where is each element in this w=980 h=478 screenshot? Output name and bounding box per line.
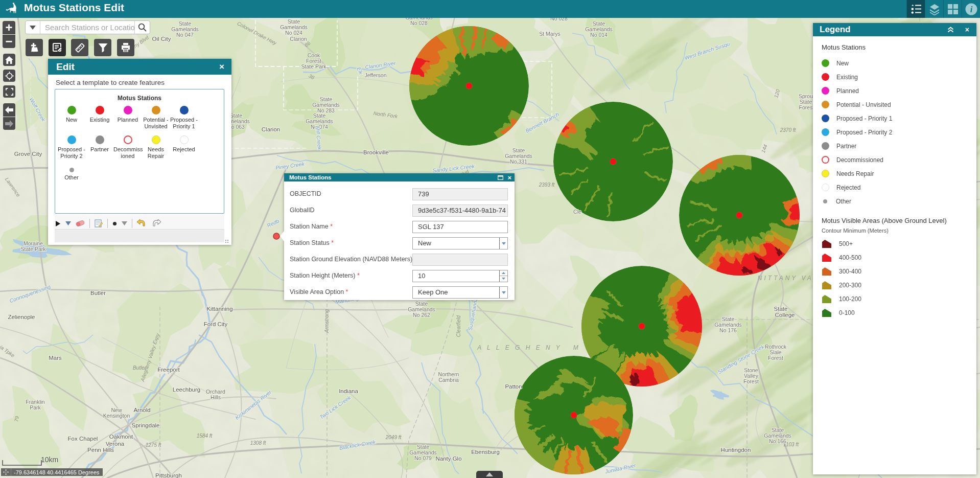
svg-text:Springdale: Springdale bbox=[132, 422, 160, 428]
svg-text:Forest: Forest bbox=[768, 355, 783, 361]
svg-text:St Marys: St Marys bbox=[539, 31, 560, 37]
svg-text:No 047: No 047 bbox=[176, 32, 194, 38]
svg-text:Leechburg: Leechburg bbox=[173, 386, 200, 393]
svg-text:Forest: Forest bbox=[743, 378, 759, 384]
svg-text:1275 ft: 1275 ft bbox=[146, 442, 162, 448]
svg-text:Cambria: Cambria bbox=[438, 377, 459, 383]
svg-text:Huntingdon: Huntingdon bbox=[721, 447, 751, 453]
svg-text:2049 ft: 2049 ft bbox=[385, 435, 402, 440]
svg-text:Ebensburg: Ebensburg bbox=[471, 449, 500, 455]
svg-text:Cle: Cle bbox=[573, 209, 581, 215]
svg-text:Verona: Verona bbox=[106, 441, 125, 447]
svg-text:Fores: Fores bbox=[799, 104, 813, 110]
svg-text:Butler: Butler bbox=[90, 290, 106, 296]
svg-text:1308 ft: 1308 ft bbox=[250, 440, 267, 446]
svg-text:State: State bbox=[774, 306, 788, 312]
svg-text:Park: Park bbox=[30, 404, 41, 411]
svg-text:State Park: State Park bbox=[20, 246, 46, 252]
svg-text:Clarion: Clarion bbox=[262, 126, 280, 132]
svg-text:2370 ft: 2370 ft bbox=[780, 127, 797, 133]
svg-text:No 014: No 014 bbox=[590, 32, 608, 38]
svg-text:Indiana: Indiana bbox=[339, 388, 358, 394]
svg-text:Clarion: Clarion bbox=[290, 36, 307, 42]
svg-text:College: College bbox=[775, 312, 795, 318]
svg-text:No 166: No 166 bbox=[769, 438, 786, 444]
svg-text:Ford City: Ford City bbox=[204, 321, 228, 327]
svg-text:Clearfield: Clearfield bbox=[456, 315, 461, 337]
svg-text:Zelienople: Zelienople bbox=[8, 314, 35, 320]
svg-text:Kensington: Kensington bbox=[103, 413, 130, 419]
svg-text:2393 ft: 2393 ft bbox=[539, 182, 555, 188]
svg-text:No 024: No 024 bbox=[285, 30, 302, 36]
svg-text:No 079: No 079 bbox=[414, 455, 432, 461]
svg-text:State Park: State Park bbox=[301, 63, 326, 70]
svg-text:Freeport: Freeport bbox=[157, 367, 180, 373]
svg-text:Mars: Mars bbox=[49, 355, 62, 361]
svg-text:Arnold: Arnold bbox=[133, 407, 150, 413]
svg-text:Patton: Patton bbox=[505, 383, 522, 390]
svg-text:Oil City: Oil City bbox=[152, 36, 171, 42]
svg-text:Jefferson: Jefferson bbox=[365, 72, 387, 78]
svg-text:Grove City: Grove City bbox=[14, 151, 42, 157]
svg-text:Oakmont: Oakmont bbox=[109, 434, 133, 440]
svg-text:i: i bbox=[970, 5, 972, 14]
svg-text:Fox Chapel: Fox Chapel bbox=[68, 436, 98, 442]
svg-text:No 331: No 331 bbox=[510, 158, 527, 165]
svg-text:A L L E G H E N Y M: A L L E G H E N Y M bbox=[477, 344, 580, 351]
svg-text:No 262: No 262 bbox=[413, 312, 430, 318]
svg-text:No 176: No 176 bbox=[719, 327, 737, 333]
svg-text:Nanty Glo: Nanty Glo bbox=[435, 456, 461, 462]
svg-text:1584 ft: 1584 ft bbox=[197, 433, 213, 439]
svg-text:Kittanning: Kittanning bbox=[206, 306, 232, 312]
svg-text:Pittsburgh: Pittsburgh bbox=[155, 472, 182, 478]
svg-text:Brookville: Brookville bbox=[363, 149, 389, 155]
svg-text:Penn Hills: Penn Hills bbox=[87, 447, 114, 453]
svg-text:Armstrong: Armstrong bbox=[324, 309, 330, 334]
svg-text:No 028: No 028 bbox=[410, 20, 428, 26]
svg-text:Hills: Hills bbox=[211, 394, 221, 400]
